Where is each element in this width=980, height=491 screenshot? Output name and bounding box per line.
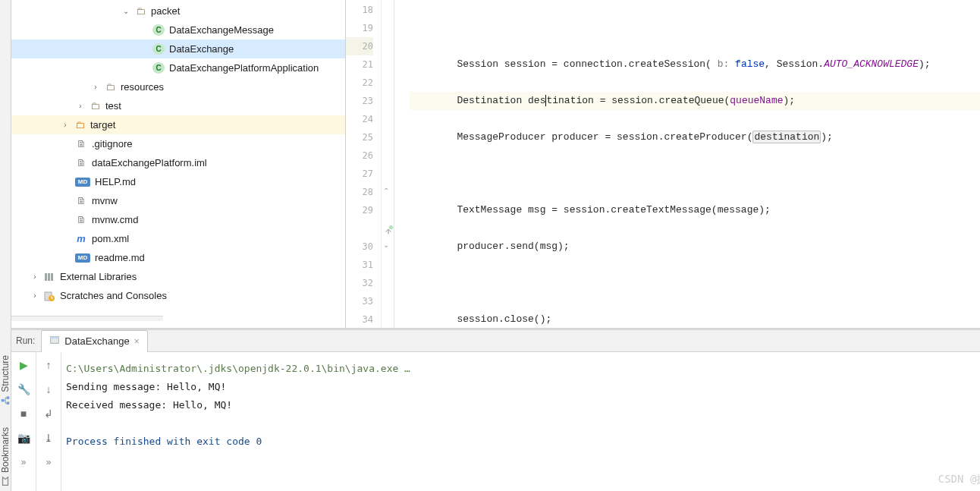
fold-column[interactable]: ⌃ ⌄ <box>382 0 394 328</box>
wrench-icon[interactable]: 🔧 <box>17 382 30 396</box>
folder-icon: 🗀 <box>134 5 146 17</box>
md-icon: MD <box>75 253 90 263</box>
expand-icon[interactable]: » <box>17 455 30 469</box>
tree-row-gitignore[interactable]: 🗎.gitignore <box>11 134 345 153</box>
class-icon: C <box>152 43 165 55</box>
tree-row-de[interactable]: CDataExchange <box>11 39 345 58</box>
upper-split: ⌄🗀packet CDataExchangeMessage CDataExcha… <box>11 0 980 328</box>
ln: 19 <box>346 19 373 37</box>
ln: 34 <box>346 310 373 329</box>
ln: 21 <box>346 55 373 74</box>
chevron-right-icon: › <box>31 273 39 281</box>
fold-start-icon[interactable]: ⌄ <box>383 241 392 250</box>
run-body: ▶ 🔧 ■ 📷 » ↑ ↓ ↲ ⤓ » C:\Users\Administrat… <box>11 352 980 491</box>
tree-label: DataExchangeMessage <box>169 24 274 36</box>
svg-rect-0 <box>7 402 10 405</box>
chevron-right-icon: › <box>77 102 84 110</box>
class-icon: C <box>152 24 165 36</box>
tree-row-mvnwcmd[interactable]: 🗎mvnw.cmd <box>11 210 345 229</box>
structure-tab[interactable]: Structure <box>0 355 11 406</box>
project-tree[interactable]: ⌄🗀packet CDataExchangeMessage CDataExcha… <box>11 0 346 328</box>
run-toolbar-1: ▶ 🔧 ■ 📷 » <box>11 352 36 491</box>
tree-label: pom.xml <box>92 233 129 244</box>
structure-icon <box>0 395 11 406</box>
line-gutter: 18 19 20 21 22 23 24 25 26 27 28 29 30 3… <box>346 0 382 328</box>
console-cmd: C:\Users\Administrator\.jdks\openjdk-22.… <box>66 360 980 378</box>
tree-label: External Libraries <box>60 271 137 282</box>
folder-icon: 🗀 <box>104 81 116 93</box>
override-icon[interactable] <box>383 225 392 234</box>
scroll-end-icon[interactable]: ⤓ <box>42 431 55 445</box>
bookmarks-tab[interactable]: Bookmarks <box>0 427 11 486</box>
tree-label: packet <box>151 5 180 17</box>
svg-point-8 <box>389 225 393 229</box>
main-area: ⌄🗀packet CDataExchangeMessage CDataExcha… <box>11 0 980 491</box>
library-icon <box>43 271 55 283</box>
tree-label: Scratches and Consoles <box>60 290 167 301</box>
ln: 31 <box>346 256 373 274</box>
svg-rect-1 <box>7 397 10 400</box>
tree-row-iml[interactable]: 🗎dataExchangePlatform.iml <box>11 153 345 172</box>
file-icon: 🗎 <box>75 195 87 207</box>
fold-end-icon[interactable]: ⌃ <box>383 187 392 196</box>
tree-row-readme[interactable]: MDreadme.md <box>11 248 345 267</box>
tree-row-resources[interactable]: ›🗀resources <box>11 77 345 96</box>
tree-row-mvnw[interactable]: 🗎mvnw <box>11 191 345 210</box>
tree-row-depa[interactable]: CDataExchangePlatformApplication <box>11 58 345 77</box>
soft-wrap-icon[interactable]: ↲ <box>42 407 55 420</box>
tree-row-test[interactable]: ›🗀test <box>11 96 345 115</box>
ln: 24 <box>346 110 373 128</box>
chevron-down-icon: ⌄ <box>122 8 130 15</box>
run-tab[interactable]: DataExchange × <box>41 330 147 352</box>
chevron-right-icon: › <box>31 292 39 300</box>
tree-label: test <box>105 100 121 112</box>
file-icon: 🗎 <box>75 157 87 169</box>
rerun-icon[interactable]: ▶ <box>17 358 30 372</box>
tree-row-packet[interactable]: ⌄🗀packet <box>11 2 345 20</box>
tree-row-pom[interactable]: mpom.xml <box>11 229 345 248</box>
tree-row-scratch[interactable]: › Scratches and Consoles <box>11 286 345 305</box>
ln: 28 <box>346 183 373 201</box>
ide-root: Structure Bookmarks ⌄🗀packet CDataExchan… <box>0 0 980 491</box>
watermark: CSDN @执子代码 <box>938 470 980 488</box>
console-line: Sending message: Hello, MQ! <box>66 378 980 396</box>
folder-icon: 🗀 <box>74 119 86 131</box>
tree-label: target <box>90 119 115 131</box>
ln <box>346 219 373 238</box>
tree-row-extlib[interactable]: › External Libraries <box>11 267 345 286</box>
ln: 26 <box>346 146 373 165</box>
chevron-right-icon: › <box>61 121 69 129</box>
tree-label: dataExchangePlatform.iml <box>92 157 207 168</box>
tree-row-dem[interactable]: CDataExchangeMessage <box>11 20 345 39</box>
run-tab-icon <box>49 335 60 348</box>
ln: 22 <box>346 74 373 92</box>
ln: 29 <box>346 201 373 219</box>
scratches-icon <box>43 290 55 302</box>
tree-label: .gitignore <box>92 138 132 150</box>
stop-icon[interactable]: ■ <box>17 407 30 420</box>
svg-rect-10 <box>51 337 59 339</box>
code-area[interactable]: Session session = connection.createSessi… <box>394 0 980 328</box>
down-arrow-icon[interactable]: ↓ <box>42 382 55 396</box>
svg-rect-4 <box>48 273 50 281</box>
file-icon: 🗎 <box>75 214 87 226</box>
ln: 20 <box>346 37 373 55</box>
ln: 30 <box>346 238 373 256</box>
up-arrow-icon[interactable]: ↑ <box>42 358 55 372</box>
ln: 25 <box>346 128 373 146</box>
chevron-right-icon: › <box>92 83 99 91</box>
close-icon[interactable]: × <box>134 336 140 347</box>
tree-label: DataExchangePlatformApplication <box>169 62 319 74</box>
tree-row-target[interactable]: ›🗀target <box>11 115 345 134</box>
tree-label: resources <box>121 81 164 93</box>
camera-icon[interactable]: 📷 <box>17 431 30 445</box>
ln: 23 <box>346 92 373 110</box>
console-output[interactable]: C:\Users\Administrator\.jdks\openjdk-22.… <box>61 352 980 491</box>
tree-label: readme.md <box>95 252 145 263</box>
code-editor[interactable]: 18 19 20 21 22 23 24 25 26 27 28 29 30 3… <box>346 0 980 328</box>
tree-row-help[interactable]: MDHELP.md <box>11 172 345 191</box>
folder-icon: 🗀 <box>89 100 101 112</box>
run-panel: Run: DataExchange × ▶ 🔧 ■ 📷 » <box>11 328 980 491</box>
more-icon[interactable]: » <box>42 455 55 469</box>
ln: 27 <box>346 165 373 183</box>
